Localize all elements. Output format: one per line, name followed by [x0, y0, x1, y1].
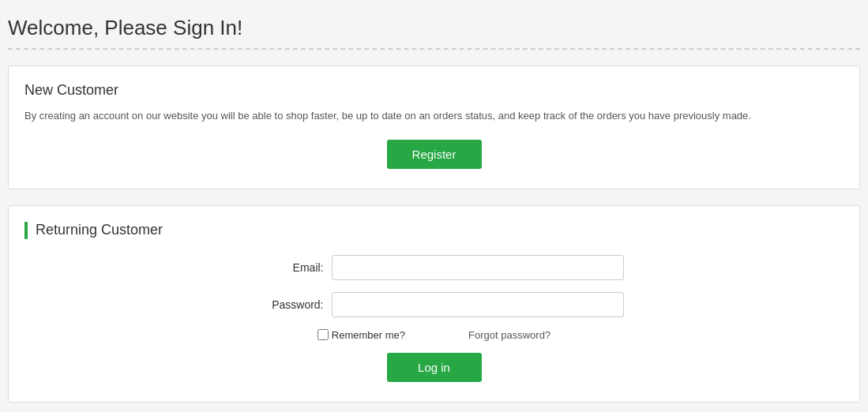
remember-me-label: Remember me? [332, 329, 405, 341]
remember-me-checkbox[interactable] [318, 329, 329, 340]
remember-me-wrap: Remember me? [318, 329, 405, 341]
forgot-password-link[interactable]: Forgot password? [468, 329, 550, 341]
page-title: Welcome, Please Sign In! [8, 16, 860, 40]
returning-customer-title: Returning Customer [36, 222, 163, 238]
email-input[interactable] [332, 255, 624, 280]
password-form-group: Password: [24, 292, 844, 317]
email-form-group: Email: [24, 255, 844, 280]
password-label: Password: [245, 298, 332, 311]
form-options: Remember me? Forgot password? [24, 329, 844, 341]
returning-customer-card: Returning Customer Email: Password: Reme… [8, 205, 860, 403]
returning-customer-title-wrap: Returning Customer [24, 222, 844, 239]
title-accent-bar [24, 222, 28, 239]
register-button-wrap: Register [24, 140, 844, 169]
new-customer-description: By creating an account on our website yo… [24, 108, 844, 124]
register-button[interactable]: Register [387, 140, 482, 169]
password-input[interactable] [332, 292, 624, 317]
new-customer-card: New Customer By creating an account on o… [8, 66, 860, 189]
new-customer-title: New Customer [24, 82, 844, 99]
login-button-wrap: Log in [24, 353, 844, 382]
email-label: Email: [245, 261, 332, 274]
divider [8, 48, 860, 50]
login-button[interactable]: Log in [387, 353, 482, 382]
